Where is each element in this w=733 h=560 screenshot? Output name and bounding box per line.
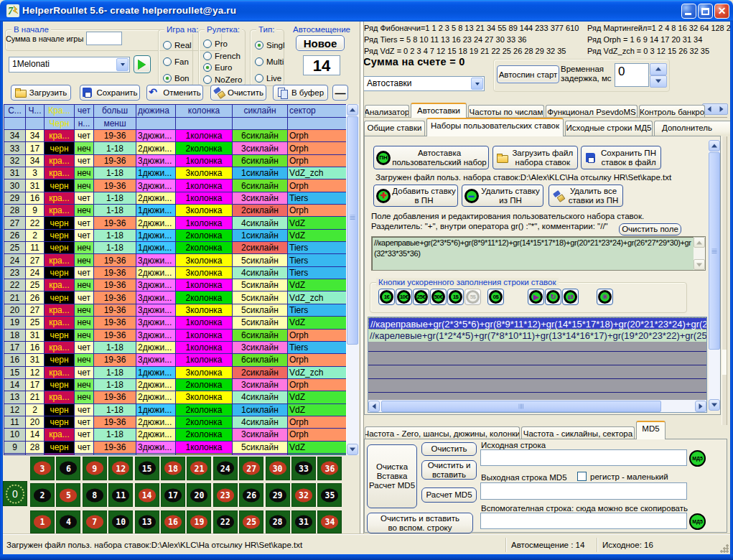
- table-scrollbar[interactable]: [347, 104, 359, 455]
- tab-main-1[interactable]: Анализатор: [365, 105, 410, 117]
- quick-button-6[interactable]: 5$: [464, 289, 481, 305]
- tab-main-3[interactable]: Частоты по числам: [468, 105, 544, 117]
- radio-roulette-french[interactable]: French: [203, 52, 241, 60]
- bets-list[interactable]: //кареправые+gr(2*3*5*6)+gr(8*9*11*12)+g…: [368, 317, 707, 413]
- tab-main-2[interactable]: Автоставки: [411, 103, 467, 118]
- radio-type-live[interactable]: Live: [255, 74, 281, 83]
- table-row[interactable]: 262чернчет1-181дюжи...2колонка1сиклайнVd…: [4, 230, 346, 242]
- table-row[interactable]: 313кра...неч1-181дюжи...3колонка1сиклайн…: [4, 167, 346, 179]
- tab-main-4[interactable]: Функционал PsevdoMS: [546, 105, 638, 117]
- panel-scrollbar-thumb[interactable]: [709, 152, 720, 350]
- roulette-cell-20[interactable]: 20: [187, 483, 211, 507]
- md5-calc-icon-2[interactable]: МД5: [689, 513, 706, 530]
- roulette-cell-23[interactable]: 23: [213, 483, 238, 507]
- roulette-cell-6[interactable]: 6: [56, 457, 80, 480]
- md5-clear-paste-aux-button[interactable]: Очистить и вставитьво вспом. строку: [367, 513, 473, 533]
- table-row[interactable]: 1321кра...неч19-362дюжи...3колонка4сикла…: [4, 391, 346, 403]
- tab-bottom-2[interactable]: Частота - сиклайны, сектора: [521, 426, 635, 439]
- roulette-cell-17[interactable]: 17: [161, 483, 185, 507]
- maximize-button[interactable]: [698, 4, 713, 19]
- bets-list-scroll-right[interactable]: [695, 401, 706, 412]
- roulette-cell-0[interactable]: 0: [3, 481, 27, 506]
- table-scrollbar-down[interactable]: [347, 444, 358, 455]
- radio-type-multi[interactable]: Multi: [255, 57, 284, 66]
- radio-type-singl[interactable]: Singl: [255, 41, 285, 50]
- table-row[interactable]: 2722чернчет19-362дюжи...1колонка4сиклайн…: [4, 217, 346, 229]
- roulette-cell-31[interactable]: 31: [291, 510, 316, 534]
- editor-scroll-down[interactable]: [694, 259, 705, 270]
- tab-main-5[interactable]: Контроль банкро: [639, 105, 705, 117]
- md5-calc-button[interactable]: Расчет MD5: [421, 487, 477, 503]
- table-row[interactable]: 1716кра...чет1-182дюжи...1колонка3сиклай…: [4, 342, 346, 354]
- tab-scroll-right-icon[interactable]: [715, 104, 727, 114]
- radio-roulette-nozero[interactable]: NoZero: [203, 75, 242, 84]
- toolbar-button-3[interactable]: ↶Отменить: [146, 85, 203, 101]
- radio-roulette-euro[interactable]: Euro: [203, 63, 232, 72]
- roulette-cell-10[interactable]: 10: [108, 510, 133, 534]
- toolbar-button-5[interactable]: В буфер: [273, 85, 328, 101]
- md5-aux-input[interactable]: [480, 513, 687, 529]
- quick-button-4[interactable]: 50€: [430, 289, 447, 305]
- roulette-cell-16[interactable]: 16: [161, 510, 185, 534]
- table-scrollbar-thumb[interactable]: [347, 116, 358, 345]
- tab-bottom-3[interactable]: MD5: [636, 421, 666, 439]
- quick-button-5[interactable]: 1$: [447, 289, 464, 305]
- roulette-cell-18[interactable]: 18: [161, 457, 185, 480]
- roulette-cell-19[interactable]: 19: [187, 510, 211, 534]
- autospin-start-button[interactable]: Автоспин старт: [497, 65, 559, 83]
- table-row[interactable]: 1831черннеч19-363дюжи...1колонка6сиклайн…: [4, 330, 346, 342]
- delay-input[interactable]: 0: [615, 63, 649, 87]
- roulette-cell-9[interactable]: 9: [83, 457, 107, 480]
- table-row[interactable]: 1417черннеч1-182дюжи...2колонка3сиклайнO…: [4, 379, 346, 391]
- quick-button-9[interactable]: ↻: [545, 289, 561, 305]
- table-row[interactable]: 2027кра...неч19-363дюжи...3колонка5сикла…: [4, 304, 346, 317]
- roulette-cell-25[interactable]: 25: [239, 510, 263, 534]
- profile-combo-dropdown-icon[interactable]: [116, 58, 129, 71]
- toolbar-button-1[interactable]: Загрузить: [11, 85, 71, 101]
- editor-scroll-up[interactable]: [694, 237, 705, 248]
- table-row[interactable]: 1120чернчет19-362дюжи...2колонка4сиклайн…: [4, 416, 346, 429]
- quick-button-1[interactable]: 1€: [378, 289, 395, 305]
- roulette-cell-24[interactable]: 24: [213, 457, 238, 480]
- table-row[interactable]: 122чернчет1-181дюжи...2колонка1сиклайнVd…: [4, 404, 346, 416]
- roulette-cell-11[interactable]: 11: [108, 483, 133, 507]
- roulette-cell-7[interactable]: 7: [83, 510, 107, 534]
- panel-scrollbar-up[interactable]: [709, 140, 720, 151]
- quick-button-3[interactable]: 25€: [413, 289, 429, 305]
- roulette-cell-29[interactable]: 29: [266, 483, 290, 507]
- roulette-cell-5[interactable]: 5: [56, 483, 80, 507]
- quick-button-11[interactable]: ✳: [597, 289, 613, 305]
- table-row[interactable]: 3234кра...чет19-363дюжи...1колонка6сикла…: [4, 155, 346, 167]
- table-row[interactable]: 1925кра...неч19-363дюжи...1колонка5сикла…: [4, 317, 346, 329]
- roulette-cell-36[interactable]: 36: [317, 457, 342, 480]
- new-button[interactable]: Новое: [296, 35, 345, 51]
- md5-clear-button[interactable]: Очистить: [421, 442, 477, 456]
- roulette-cell-32[interactable]: 32: [291, 483, 316, 507]
- bets-combo-dropdown-icon[interactable]: [471, 78, 483, 90]
- vertical-splitter[interactable]: [722, 136, 727, 425]
- bets-list-hscrollbar[interactable]: [368, 400, 706, 412]
- tab-scroll-buttons[interactable]: [702, 103, 728, 115]
- bet-editor-scrollbar[interactable]: [694, 237, 705, 270]
- tab-bottom-1[interactable]: Частота - Zero, шансы, дюжины, колонки: [365, 426, 520, 439]
- table-row[interactable]: 2511черннеч1-181дюжи...2колонка2сиклайнT…: [4, 242, 346, 254]
- roulette-cell-22[interactable]: 22: [213, 510, 238, 534]
- panel-scrollbar-down[interactable]: [709, 399, 720, 411]
- roulette-cell-8[interactable]: 8: [83, 483, 107, 507]
- panel-button-удалить-все[interactable]: Удалить всеставки из ПН: [548, 185, 623, 207]
- radio-roulette-pro[interactable]: Pro: [203, 39, 228, 48]
- profile-combo[interactable]: 1Melonati: [9, 57, 130, 73]
- roulette-cell-2[interactable]: 2: [30, 483, 55, 507]
- tab-sub-4[interactable]: Дополнитель: [654, 121, 730, 136]
- table-row[interactable]: 2225кра...неч19-363дюжи...1колонка5сикла…: [4, 279, 346, 291]
- md5-big-button[interactable]: ОчисткаВставкаРасчет MD5: [367, 444, 417, 508]
- panel-button-сохранить-пн[interactable]: Сохранить ПНставок в файл: [581, 146, 661, 169]
- roulette-cell-30[interactable]: 30: [266, 457, 290, 480]
- bets-list-row-2[interactable]: //карелевые+gr(1*2*4*5)+gr(7*8*10*11)+gr…: [368, 330, 707, 342]
- quick-button-8[interactable]: ▶: [528, 289, 544, 305]
- bets-list-scroll-thumb[interactable]: [381, 401, 661, 412]
- panel-button-загрузить-файл[interactable]: Загрузить файлнабора ставок: [492, 146, 579, 169]
- close-button[interactable]: ✕: [714, 4, 729, 19]
- table-row[interactable]: 2324чернчет19-362дюжи...3колонка4сиклайн…: [4, 267, 346, 279]
- table-row[interactable]: 2916кра...чет1-182дюжи...1колонка3сиклай…: [4, 192, 346, 205]
